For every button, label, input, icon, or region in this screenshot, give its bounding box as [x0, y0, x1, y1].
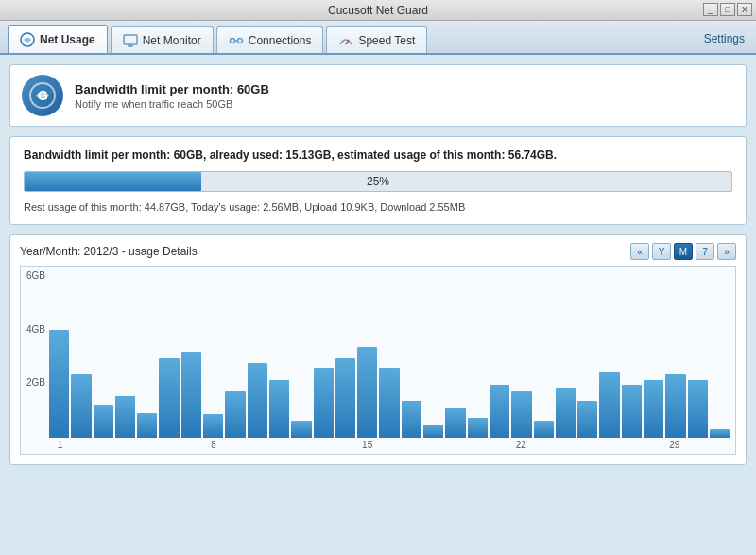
bars-container — [49, 272, 730, 438]
bar-fill — [402, 401, 421, 438]
x-label-1: 1 — [49, 440, 71, 450]
bar-day-19 — [445, 408, 465, 438]
bar-day-10 — [248, 363, 267, 438]
progress-bar-container: 25% — [24, 171, 732, 192]
bar-fill — [468, 418, 488, 438]
main-content: G Bandwidth limit per month: 60GB Notify… — [0, 55, 756, 555]
bar-fill — [379, 368, 399, 438]
bar-fill — [203, 414, 223, 438]
tab-net-monitor-label: Net Monitor — [143, 34, 201, 47]
minimize-button[interactable]: _ — [703, 3, 718, 16]
chart-week-button[interactable]: 7 — [696, 243, 714, 260]
bar-fill — [159, 358, 179, 438]
app-logo: G — [22, 75, 63, 116]
header-info: Bandwidth limit per month: 60GB Notify m… — [75, 82, 269, 110]
close-button[interactable]: X — [737, 3, 752, 16]
bar-fill — [445, 408, 465, 438]
bar-day-16 — [379, 368, 399, 438]
net-monitor-icon — [123, 33, 138, 48]
header-panel: G Bandwidth limit per month: 60GB Notify… — [9, 64, 747, 127]
bar-fill — [137, 413, 157, 438]
svg-point-3 — [237, 38, 242, 43]
tab-net-usage[interactable]: Net Usage — [8, 25, 108, 53]
chart-title: Year/Month: 2012/3 - usage Details — [20, 245, 198, 258]
bar-fill — [688, 380, 708, 438]
stats-panel: Bandwidth limit per month: 60GB, already… — [9, 136, 747, 225]
bar-fill — [710, 429, 730, 438]
window-controls: _ □ X — [703, 3, 752, 16]
chart-next-button[interactable]: » — [717, 243, 736, 260]
bar-fill — [490, 385, 509, 438]
settings-link[interactable]: Settings — [704, 32, 745, 45]
x-label-29: 29 — [663, 440, 685, 450]
bar-day-4 — [115, 396, 135, 438]
bar-day-27 — [622, 385, 642, 438]
bar-day-23 — [534, 421, 554, 438]
bar-fill — [269, 380, 289, 438]
chart-month-button[interactable]: M — [674, 243, 693, 260]
bar-fill — [534, 421, 554, 438]
notify-text: Notify me when traffic reach 50GB — [75, 98, 269, 110]
bar-fill — [423, 425, 443, 438]
bar-day-6 — [159, 358, 179, 438]
x-label-8: 8 — [203, 440, 225, 450]
bar-fill — [291, 421, 311, 438]
bar-day-13 — [314, 368, 334, 438]
stats-summary: Bandwidth limit per month: 60GB, already… — [24, 148, 732, 162]
svg-point-2 — [230, 38, 234, 43]
tab-speed-test[interactable]: Speed Test — [326, 26, 427, 53]
bar-fill — [599, 372, 619, 438]
bar-day-26 — [599, 372, 619, 438]
bar-fill — [577, 401, 597, 438]
bar-day-2 — [71, 374, 91, 438]
bar-fill — [357, 347, 377, 438]
bar-fill — [335, 358, 355, 438]
title-bar: Cucusoft Net Guard _ □ X — [0, 0, 756, 21]
bar-day-31 — [710, 429, 730, 438]
chart-y-axis: 6GB 4GB 2GB — [21, 267, 47, 435]
restore-button[interactable]: □ — [720, 3, 735, 16]
bar-day-30 — [688, 380, 708, 438]
y-label-6gb: 6GB — [23, 270, 45, 281]
bar-fill — [665, 374, 685, 438]
tab-net-usage-label: Net Usage — [40, 33, 95, 46]
tab-speed-test-label: Speed Test — [358, 34, 415, 47]
bar-day-22 — [511, 391, 531, 438]
bar-day-21 — [490, 385, 509, 438]
bar-fill — [115, 396, 135, 438]
bar-day-18 — [423, 425, 443, 438]
bar-day-5 — [137, 413, 157, 438]
speed-test-icon — [338, 33, 353, 48]
bar-fill — [94, 405, 113, 438]
progress-label: 25% — [25, 172, 731, 191]
x-label-22: 22 — [510, 440, 532, 450]
bar-day-29 — [665, 374, 685, 438]
bar-day-11 — [269, 380, 289, 438]
bar-fill — [622, 385, 642, 438]
bar-day-1 — [49, 330, 69, 438]
bandwidth-limit-text: Bandwidth limit per month: 60GB — [75, 82, 269, 96]
bar-day-3 — [94, 405, 113, 438]
chart-header: Year/Month: 2012/3 - usage Details « Y M… — [20, 243, 736, 260]
bar-fill — [71, 374, 91, 438]
bar-day-12 — [291, 421, 311, 438]
bar-fill — [511, 391, 531, 438]
chart-year-button[interactable]: Y — [652, 243, 671, 260]
chart-x-axis: 18152229 — [49, 440, 730, 450]
bar-fill — [556, 388, 576, 438]
net-usage-icon — [20, 32, 35, 47]
tab-bar: Net Usage Net Monitor Connections S — [0, 21, 756, 55]
bar-fill — [225, 391, 245, 438]
tab-connections-label: Connections — [249, 34, 312, 47]
bar-day-9 — [225, 391, 245, 438]
chart-prev-button[interactable]: « — [630, 243, 649, 260]
chart-panel: Year/Month: 2012/3 - usage Details « Y M… — [9, 234, 747, 465]
bar-day-20 — [468, 418, 488, 438]
bar-day-14 — [335, 358, 355, 438]
tab-net-monitor[interactable]: Net Monitor — [111, 26, 214, 53]
bar-fill — [644, 380, 663, 438]
bar-day-25 — [577, 401, 597, 438]
bar-day-17 — [402, 401, 421, 438]
tab-connections[interactable]: Connections — [216, 26, 324, 53]
bar-fill — [49, 330, 69, 438]
